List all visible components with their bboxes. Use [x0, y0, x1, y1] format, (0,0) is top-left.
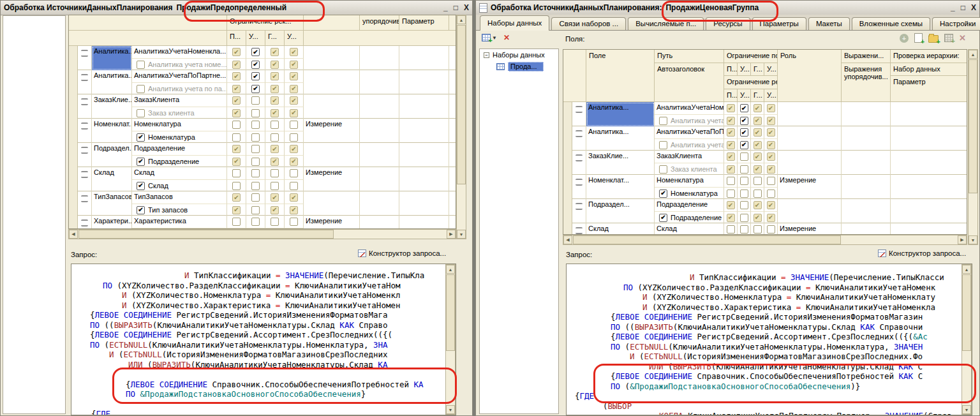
field-path-cell[interactable]: ТипЗапасов: [132, 191, 227, 204]
extra-cell[interactable]: [842, 102, 891, 126]
restriction-cell[interactable]: [246, 131, 265, 143]
checkbox[interactable]: ✔: [754, 214, 762, 222]
checkbox[interactable]: ✔: [727, 201, 735, 209]
checkbox[interactable]: [754, 225, 762, 234]
restriction-cell[interactable]: ✔: [724, 211, 738, 223]
scroll-right-icon[interactable]: ▶: [447, 230, 456, 239]
extra-cell[interactable]: [891, 223, 967, 235]
restriction-cell[interactable]: [738, 211, 751, 223]
field-path-cell[interactable]: ЗаказКлиента: [132, 94, 227, 107]
checkbox[interactable]: ✔: [767, 214, 775, 222]
checkbox[interactable]: ✔: [232, 96, 241, 105]
restriction-cell[interactable]: ✔: [285, 58, 304, 70]
restriction-cell[interactable]: [246, 155, 265, 167]
checkbox[interactable]: ✔: [754, 201, 762, 209]
role-cell[interactable]: Измерение: [304, 216, 360, 229]
field-name-cell[interactable]: Аналитика...: [92, 46, 132, 70]
checkbox[interactable]: [659, 141, 667, 149]
scroll-left-icon[interactable]: ◀: [563, 235, 572, 244]
checkbox[interactable]: ✔: [727, 104, 735, 112]
checkbox[interactable]: ✔: [232, 145, 241, 153]
restriction-cell[interactable]: [246, 179, 265, 191]
tree-collapse-icon[interactable]: −: [484, 52, 489, 58]
close-button[interactable]: X: [464, 3, 469, 12]
checkbox[interactable]: [271, 133, 279, 142]
restriction-cell[interactable]: ✔: [227, 46, 246, 58]
field-name-cell[interactable]: ЗаказКлие...: [586, 151, 655, 175]
restriction-cell[interactable]: ✔: [246, 58, 265, 70]
checkbox[interactable]: ✔: [767, 201, 775, 209]
checkbox[interactable]: ✔: [290, 72, 298, 80]
checkbox[interactable]: ✔: [659, 189, 667, 198]
row-header[interactable]: [563, 151, 572, 175]
restriction-cell[interactable]: ✔: [751, 114, 764, 126]
tab-ресурсы[interactable]: Ресурсы: [706, 17, 750, 30]
restriction-cell[interactable]: ✔: [764, 211, 778, 223]
drag-cell[interactable]: [78, 46, 92, 70]
auto-title-cell[interactable]: ✔Подразделение: [132, 155, 227, 167]
row-header[interactable]: [563, 199, 572, 223]
checkbox[interactable]: ✔: [232, 48, 241, 56]
auto-title-cell[interactable]: ✔Номенклатура: [655, 187, 724, 199]
checkbox[interactable]: [271, 218, 279, 226]
restriction-cell[interactable]: [265, 167, 285, 179]
auto-title-cell[interactable]: Аналитика учета номе...: [655, 114, 724, 126]
checkbox[interactable]: [251, 145, 260, 153]
checkbox[interactable]: [727, 189, 735, 198]
drag-handle-icon[interactable]: [81, 219, 88, 227]
extra-cell[interactable]: [449, 216, 456, 229]
checkbox[interactable]: ✔: [727, 214, 735, 222]
fields-hscrollbar[interactable]: ◀ ▶: [563, 235, 967, 245]
auto-title-cell[interactable]: ✔Подразделение: [655, 211, 724, 223]
checkbox[interactable]: ✔: [290, 109, 298, 117]
auto-title-cell[interactable]: Аналитика учета по па...: [132, 82, 227, 94]
restriction-cell[interactable]: ✔: [751, 211, 764, 223]
restriction-cell[interactable]: ✔: [751, 126, 764, 138]
restriction-cell[interactable]: ✔: [764, 151, 778, 163]
restriction-cell[interactable]: ✔: [227, 82, 246, 94]
restriction-cell[interactable]: [246, 119, 265, 131]
restriction-cell[interactable]: ✔: [764, 199, 778, 211]
maximize-button[interactable]: □: [961, 3, 965, 12]
restriction-cell[interactable]: ✔: [265, 58, 285, 70]
close-button[interactable]: X: [971, 3, 976, 12]
fields-hscrollbar[interactable]: ◀ ▶: [68, 229, 456, 239]
restriction-cell[interactable]: ✔: [265, 94, 285, 107]
restriction-cell[interactable]: ✔: [265, 82, 285, 94]
checkbox[interactable]: [232, 169, 241, 177]
field-name-cell[interactable]: Аналитика...: [586, 126, 655, 151]
restriction-cell[interactable]: ✔: [738, 102, 751, 114]
restriction-cell[interactable]: ✔: [764, 126, 778, 138]
restriction-cell[interactable]: ✔: [751, 199, 764, 211]
titlebar-left[interactable]: Обработка ИсточникиДанныхПланирования Пр…: [1, 1, 472, 15]
checkbox[interactable]: ✔: [754, 165, 762, 174]
restriction-cell[interactable]: [265, 216, 285, 228]
restriction-cell[interactable]: ✔: [764, 102, 778, 114]
extra-cell[interactable]: [891, 175, 967, 199]
restriction-cell[interactable]: [738, 163, 751, 175]
scroll-left-icon[interactable]: ◀: [69, 230, 78, 239]
field-row[interactable]: Характери...Характеристика✔Характеристик…: [69, 216, 456, 229]
extra-cell[interactable]: [399, 94, 449, 119]
field-name-cell[interactable]: Аналитика...: [92, 70, 132, 94]
field-row[interactable]: Аналитика...АналитикаУчетаНоменкла...Ана…: [69, 46, 456, 70]
checkbox[interactable]: ✔: [232, 61, 241, 69]
checkbox[interactable]: ✔: [271, 61, 279, 69]
checkbox[interactable]: ✔: [754, 128, 762, 137]
restriction-cell[interactable]: [265, 119, 285, 131]
checkbox[interactable]: ✔: [659, 214, 667, 222]
checkbox[interactable]: [251, 169, 260, 177]
restriction-cell[interactable]: ✔: [285, 82, 304, 94]
checkbox[interactable]: [290, 133, 298, 142]
checkbox[interactable]: ✔: [232, 158, 241, 166]
field-row[interactable]: Подраздел...Подразделение✔Подразделение✔…: [563, 199, 967, 223]
field-name-cell[interactable]: Склад: [92, 167, 132, 191]
restriction-cell[interactable]: ✔: [227, 58, 246, 70]
row-header[interactable]: [69, 119, 78, 143]
checkbox[interactable]: [740, 214, 748, 222]
field-row[interactable]: Аналитика...АналитикаУчетаНоменкла...Ана…: [563, 102, 967, 126]
drag-handle-icon[interactable]: [81, 50, 88, 57]
restriction-cell[interactable]: ✔: [246, 46, 265, 58]
checkbox[interactable]: ✔: [754, 152, 762, 161]
role-cell[interactable]: Измерение: [778, 223, 842, 235]
